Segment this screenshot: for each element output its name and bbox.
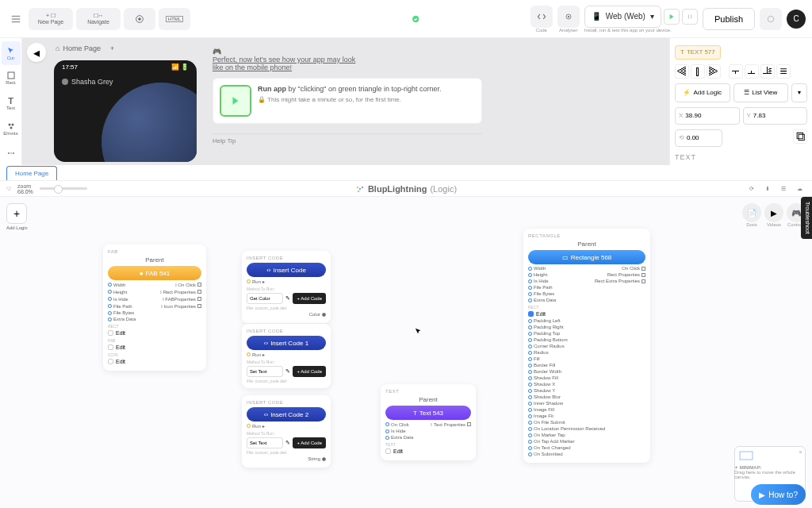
more-tool[interactable] bbox=[2, 141, 21, 165]
help-intro-link[interactable]: Perfect, now let's see how your app may … bbox=[213, 56, 355, 71]
insert-code-node-3[interactable]: INSERT CODE ‹›Insert Code 2 Run ▸ Method… bbox=[242, 395, 331, 468]
publish-button[interactable]: Publish bbox=[703, 8, 755, 30]
logic-canvas[interactable]: + Add Logic 📄Docs ▶Videos 🎮Controls FAB … bbox=[0, 197, 812, 508]
download-icon[interactable]: ⬇ bbox=[761, 183, 774, 195]
menu-icon[interactable] bbox=[6, 10, 25, 29]
svg-point-11 bbox=[8, 152, 10, 154]
cloud-icon[interactable]: ☁ bbox=[793, 183, 806, 195]
code-button[interactable] bbox=[530, 6, 553, 28]
rectangle-node[interactable]: RECTANGLE Parent ▭Rectangle 568 WidthOn … bbox=[523, 229, 650, 463]
x-input[interactable]: X38.90 bbox=[675, 107, 740, 125]
zoom-bar: ♡ zoom68.0% BlupLightning (Logic) ⟳ ⬇ ☰ … bbox=[0, 181, 812, 197]
svg-point-12 bbox=[13, 152, 14, 154]
elements-tool[interactable]: Elmnts bbox=[2, 117, 21, 140]
navigate-button[interactable]: ☐↔Navigate bbox=[76, 8, 121, 30]
align-right[interactable]: ⫸ bbox=[707, 64, 721, 79]
text-tool[interactable]: TText bbox=[2, 91, 21, 115]
analyser-button[interactable] bbox=[557, 6, 580, 28]
svg-point-14 bbox=[357, 187, 358, 188]
align-left[interactable]: ⫷ bbox=[675, 64, 689, 79]
align-bottom[interactable]: ⫡ bbox=[760, 64, 775, 79]
add-logic-node-button[interactable]: + bbox=[6, 203, 27, 224]
docs-button-2[interactable]: 📄 bbox=[742, 203, 761, 222]
insert-code-node-2[interactable]: INSERT CODE ‹›Insert Code 1 Run ▸ Method… bbox=[242, 324, 331, 388]
help-panel: 🎮 Perfect, now let's see how your app ma… bbox=[213, 48, 482, 144]
y-input[interactable]: Y7.83 bbox=[743, 107, 808, 125]
minimap-hint: ✦ MINIMAP:Drag here to move the whole ca… bbox=[734, 464, 806, 479]
svg-rect-6 bbox=[8, 72, 14, 79]
cursor-icon bbox=[415, 328, 423, 336]
settings-button[interactable] bbox=[760, 8, 782, 30]
svg-rect-17 bbox=[740, 452, 753, 460]
distribute[interactable]: ≡ bbox=[776, 64, 791, 79]
brand-title: xyz bbox=[393, 13, 419, 25]
lightning-title: BlupLightning (Logic) bbox=[355, 184, 457, 194]
phone-preview: 17:57📶 🔋 Shasha Grey bbox=[54, 60, 197, 162]
filter-icon[interactable]: ☰ bbox=[777, 183, 790, 195]
rect-tool[interactable]: Rect bbox=[2, 67, 21, 90]
svg-point-10 bbox=[10, 152, 12, 154]
new-page-button[interactable]: + ☐New Page bbox=[29, 8, 73, 30]
list-view-button[interactable]: ☰ List View bbox=[733, 83, 789, 102]
howto-button[interactable]: ▶ How to? bbox=[751, 484, 806, 505]
svg-point-9 bbox=[10, 126, 12, 129]
refresh-icon[interactable]: ⟳ bbox=[745, 183, 758, 195]
text-chip[interactable]: T TEXT 577 bbox=[675, 45, 721, 60]
pause-button[interactable] bbox=[682, 9, 698, 25]
rotation-input[interactable]: ⟲0.00 bbox=[675, 129, 722, 147]
align-center-h[interactable]: ⫿ bbox=[691, 64, 705, 79]
tab-row: Home Page bbox=[0, 165, 812, 181]
text-section-label: TEXT bbox=[675, 153, 807, 161]
add-logic-button[interactable]: ⚡ Add Logic bbox=[675, 83, 730, 102]
align-center-v[interactable]: ⫠ bbox=[745, 64, 759, 79]
align-top[interactable]: ⫟ bbox=[729, 64, 743, 79]
run-thumbnail bbox=[220, 85, 251, 117]
svg-point-7 bbox=[8, 123, 10, 125]
properties-panel: T TEXT 577 ⫷ ⫿ ⫸ ⫟ ⫠ ⫡ ≡ ⚡ Add Logic ☰ L… bbox=[669, 38, 812, 165]
html-button[interactable]: HTML bbox=[159, 8, 190, 30]
breadcrumb: ⌂ Home Page + bbox=[56, 44, 114, 52]
copy-props-button[interactable]: ⧉ bbox=[793, 129, 807, 144]
home-icon: ⌂ bbox=[56, 44, 59, 52]
svg-point-5 bbox=[768, 16, 774, 22]
collapse-button[interactable]: ◂ bbox=[27, 43, 46, 62]
eye-button[interactable] bbox=[124, 8, 155, 30]
more-props-button[interactable]: ▾ bbox=[791, 83, 807, 102]
svg-point-4 bbox=[568, 15, 569, 17]
troubleshoot-button[interactable]: Troubleshoot bbox=[801, 197, 812, 239]
left-toolbar: Cur Rect TText Elmnts bbox=[0, 38, 22, 165]
avatar[interactable]: C bbox=[787, 10, 806, 29]
svg-point-15 bbox=[362, 187, 363, 188]
svg-point-16 bbox=[358, 190, 359, 192]
svg-point-8 bbox=[11, 123, 13, 125]
run-button[interactable] bbox=[664, 9, 680, 25]
minimap-close[interactable]: × bbox=[799, 448, 802, 456]
add-page-button[interactable]: + bbox=[110, 44, 114, 52]
videos-button-2[interactable]: ▶ bbox=[764, 203, 783, 222]
fab-node[interactable]: FAB Parent ●FAB 541 Width⁞ On Click Heig… bbox=[103, 244, 206, 371]
cursor-tool[interactable]: Cur bbox=[2, 41, 21, 65]
svg-point-1 bbox=[138, 17, 141, 21]
svg-point-13 bbox=[359, 188, 361, 190]
text-node[interactable]: TEXT Parent TText 543 On Click⁞ Text Pro… bbox=[381, 384, 476, 460]
device-select[interactable]: 📱Web (Web)▾ bbox=[584, 6, 661, 28]
zoom-slider[interactable] bbox=[40, 187, 87, 190]
insert-code-node-1[interactable]: INSERT CODE ‹›Insert Code Run ▸ Method T… bbox=[242, 251, 331, 323]
tab-home[interactable]: Home Page bbox=[6, 166, 57, 180]
